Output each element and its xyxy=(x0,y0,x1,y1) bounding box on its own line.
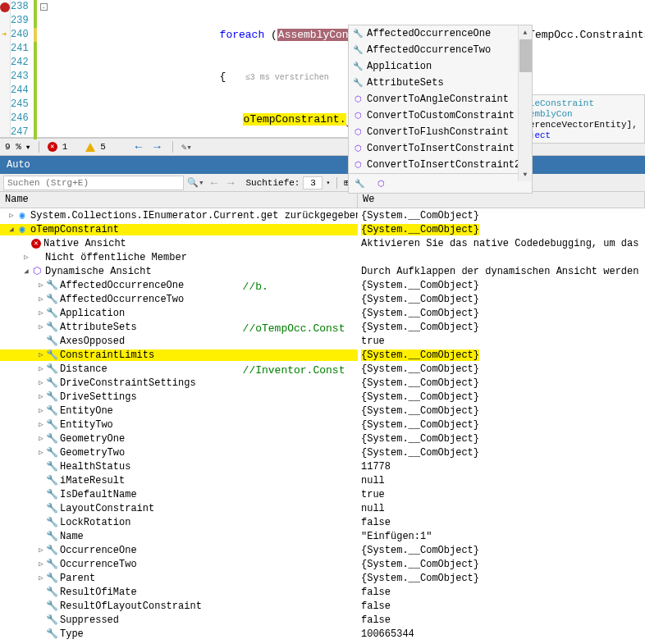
tree-row[interactable]: ▷🔧Parent{System.__ComObject} xyxy=(0,571,645,585)
variable-value[interactable]: {System.__ComObject} xyxy=(358,405,645,417)
variable-value[interactable]: {System.__ComObject} xyxy=(358,559,645,570)
variable-value[interactable]: true xyxy=(358,489,645,500)
expand-toggle-icon[interactable]: ▷ xyxy=(7,211,16,220)
variable-value[interactable]: false xyxy=(358,614,645,626)
tree-row[interactable]: 🔧Type100665344 xyxy=(0,627,645,641)
expand-toggle-icon[interactable]: ◢ xyxy=(21,267,31,276)
variable-value[interactable]: {System.__ComObject} xyxy=(358,573,645,584)
property-icon: 🔧 xyxy=(46,628,57,640)
scroll-thumb[interactable] xyxy=(519,39,532,72)
property-icon: 🔧 xyxy=(46,503,57,514)
scroll-down-button[interactable]: ▼ xyxy=(519,167,532,181)
intellisense-item-label: AffectedOccurrenceOne xyxy=(367,28,491,39)
tree-row[interactable]: ▷🔧OccurrenceOne{System.__ComObject} xyxy=(0,543,645,557)
variable-value[interactable]: null xyxy=(358,503,645,514)
variable-value[interactable]: {System.__ComObject} xyxy=(358,433,645,445)
intellisense-item[interactable]: ⬡ConvertToCustomConstraint xyxy=(349,107,532,124)
expand-toggle-icon[interactable]: ▷ xyxy=(36,420,46,429)
comment-line: //b. xyxy=(243,281,268,293)
tree-row[interactable]: ▷🔧EntityOne{System.__ComObject} xyxy=(0,404,645,418)
variable-value[interactable]: false xyxy=(358,517,645,528)
intellisense-item-label: ConvertToInsertConstraint xyxy=(367,143,515,154)
intellisense-item[interactable]: ⬡ConvertToInsertConstraint2 xyxy=(349,157,532,173)
tree-row[interactable]: ▷🔧OccurrenceTwo{System.__ComObject} xyxy=(0,557,645,571)
variable-name: iMateResult xyxy=(60,475,125,486)
tree-row[interactable]: 🔧iMateResultnull xyxy=(0,473,645,487)
variable-value[interactable]: {System.__ComObject} xyxy=(358,419,645,431)
expand-toggle-icon[interactable]: ◢ xyxy=(7,225,16,234)
zoom-level[interactable]: 9 % xyxy=(5,142,21,152)
expand-toggle-icon[interactable]: ▷ xyxy=(36,448,46,457)
error-icon: ✕ xyxy=(31,239,41,249)
expand-toggle-icon[interactable]: ▷ xyxy=(36,350,46,359)
variable-value[interactable]: 11778 xyxy=(358,461,645,473)
expand-toggle-icon[interactable]: ▷ xyxy=(36,392,46,401)
method-filter-icon[interactable]: ⬡ xyxy=(375,178,387,190)
intellisense-item[interactable]: 🔧AttributeSets xyxy=(349,75,532,91)
breakpoint-gutter[interactable]: ➜ xyxy=(0,0,11,137)
tree-row[interactable]: 🔧ResultOfiMatefalse xyxy=(0,585,645,599)
intellisense-item[interactable]: 🔧AffectedOccurrenceTwo xyxy=(349,42,532,58)
breakpoint-marker[interactable] xyxy=(0,2,10,12)
brace: { xyxy=(220,71,226,83)
dropdown-icon[interactable]: ▼ xyxy=(26,144,30,151)
tree-row[interactable]: 🔧HealthStatus11778 xyxy=(0,459,645,473)
panel-title: Auto xyxy=(7,159,30,171)
expand-toggle-icon[interactable]: ▷ xyxy=(36,546,46,555)
property-icon: 🔧 xyxy=(46,433,57,445)
tree-row[interactable]: 🔧IsDefaultNametrue xyxy=(0,487,645,501)
current-statement[interactable]: oTempConstraint. xyxy=(243,113,347,126)
line-number: 240 xyxy=(11,28,29,42)
intellisense-filter-bar[interactable]: 🔧 ⬡ xyxy=(349,173,532,193)
expand-toggle-icon[interactable]: ▷ xyxy=(21,253,31,262)
intellisense-item[interactable]: 🔧Application xyxy=(349,58,532,75)
intellisense-item[interactable]: ⬡ConvertToInsertConstraint xyxy=(349,140,532,157)
expand-toggle-icon[interactable]: ▷ xyxy=(36,573,46,582)
property-icon: 🔧 xyxy=(46,419,57,431)
tree-row[interactable]: ▷🔧GeometryOne{System.__ComObject} xyxy=(0,432,645,445)
expand-toggle-icon[interactable]: ▷ xyxy=(36,281,46,290)
tree-row[interactable]: ▷🔧EntityTwo{System.__ComObject} xyxy=(0,418,645,432)
variable-value[interactable]: "Einfügen:1" xyxy=(358,531,645,542)
expand-toggle-icon[interactable]: ▷ xyxy=(36,308,46,317)
tree-row[interactable]: 🔧Name"Einfügen:1" xyxy=(0,529,645,543)
wrench-filter-icon[interactable]: 🔧 xyxy=(354,178,365,190)
timing-lens[interactable]: ≤3 ms verstrichen xyxy=(245,73,329,82)
line-number: 243 xyxy=(11,70,29,84)
collection-expr: oTempOcc.Constraints) xyxy=(522,29,645,41)
variable-value[interactable]: null xyxy=(358,475,645,486)
expand-toggle-icon[interactable]: ▷ xyxy=(36,560,46,569)
tree-row[interactable]: 🔧LockRotationfalse xyxy=(0,515,645,529)
intellisense-scrollbar[interactable]: ▲ ▼ xyxy=(518,25,532,181)
object-icon: ◉ xyxy=(16,210,28,222)
variable-value[interactable]: false xyxy=(358,587,645,598)
expand-toggle-icon[interactable]: ▷ xyxy=(36,322,46,331)
variable-value[interactable]: {System.__ComObject} xyxy=(358,545,645,556)
tree-row[interactable]: ▷🔧GeometryTwo{System.__ComObject} xyxy=(0,445,645,459)
property-icon: 🔧 xyxy=(46,573,57,584)
intellisense-item[interactable]: ⬡ConvertToAngleConstraint xyxy=(349,91,532,107)
expand-toggle-icon[interactable]: ▷ xyxy=(36,434,46,443)
variable-value[interactable]: false xyxy=(358,601,645,612)
variable-value[interactable]: 100665344 xyxy=(358,628,645,640)
expand-toggle-icon[interactable]: ▷ xyxy=(36,378,46,387)
expand-toggle-icon[interactable]: ▷ xyxy=(36,364,46,373)
variable-name: EntityOne xyxy=(60,405,113,417)
expand-toggle-icon[interactable]: ▷ xyxy=(36,295,46,304)
fold-icon[interactable]: - xyxy=(40,3,48,11)
object-icon: ◉ xyxy=(16,224,28,235)
change-margin: - xyxy=(34,0,48,137)
tree-row[interactable]: 🔧ResultOfLayoutConstraintfalse xyxy=(0,599,645,613)
intellisense-item-label: AttributeSets xyxy=(367,77,444,89)
method-icon: ⬡ xyxy=(352,126,364,138)
property-icon: 🔧 xyxy=(46,545,57,556)
intellisense-item[interactable]: ⬡ConvertToFlushConstraint xyxy=(349,124,532,140)
intellisense-item[interactable]: 🔧AffectedOccurrenceOne xyxy=(349,25,532,42)
scroll-up-button[interactable]: ▲ xyxy=(519,25,532,39)
intellisense-popup[interactable]: 🔧AffectedOccurrenceOne🔧AffectedOccurrenc… xyxy=(348,25,533,194)
variable-value[interactable]: {System.__ComObject} xyxy=(358,447,645,459)
variable-name: ResultOfLayoutConstraint xyxy=(60,601,202,612)
tree-row[interactable]: 🔧Suppressedfalse xyxy=(0,613,645,627)
expand-toggle-icon[interactable]: ▷ xyxy=(36,406,46,415)
tree-row[interactable]: 🔧LayoutConstraintnull xyxy=(0,501,645,515)
